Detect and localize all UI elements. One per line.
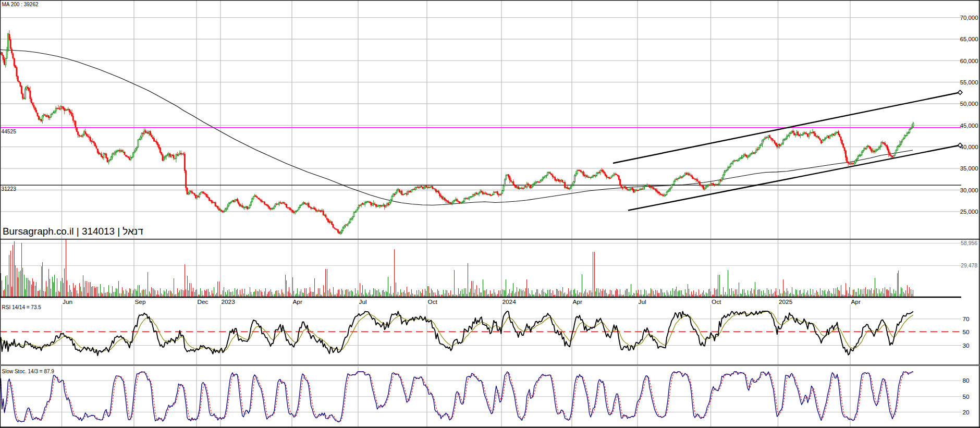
svg-text:25,000: 25,000 [960,209,978,215]
svg-text:44525: 44525 [2,129,17,134]
svg-text:Oct: Oct [712,298,721,305]
svg-text:60,000: 60,000 [960,58,978,64]
svg-text:31223: 31223 [2,186,17,192]
svg-text:Oct: Oct [428,298,438,305]
svg-text:50,000: 50,000 [960,101,978,107]
svg-text:Apr: Apr [573,298,582,305]
svg-text:Apr: Apr [293,298,302,305]
svg-text:58,956: 58,956 [961,240,977,246]
svg-text:Sep: Sep [135,298,146,305]
svg-text:80: 80 [963,377,970,384]
svg-text:30: 30 [963,342,970,349]
svg-text:Jul: Jul [639,298,646,305]
svg-text:50: 50 [963,393,970,400]
svg-text:2023: 2023 [222,298,236,305]
svg-text:20: 20 [963,409,970,416]
svg-text:65,000: 65,000 [960,36,978,42]
svg-text:Apr: Apr [851,298,861,305]
svg-text:MA 200 : 39262: MA 200 : 39262 [2,2,39,7]
svg-text:Bursagraph.co.il | 314013 | דנ: Bursagraph.co.il | 314013 | דנאל [3,226,143,237]
svg-text:Dec: Dec [198,298,209,305]
svg-text:2024: 2024 [503,298,517,305]
svg-text:2025: 2025 [779,298,793,305]
svg-text:RSI 14/14 = 73.5: RSI 14/14 = 73.5 [2,304,42,310]
svg-text:Slow Stoc. 14/3 = 87.9: Slow Stoc. 14/3 = 87.9 [2,369,55,374]
svg-text:70,000: 70,000 [960,15,978,21]
svg-text:45,000: 45,000 [960,123,978,129]
svg-text:70: 70 [963,315,970,323]
svg-text:35,000: 35,000 [960,165,978,172]
svg-text:55,000: 55,000 [960,79,978,85]
svg-text:29,478: 29,478 [961,263,977,268]
svg-text:50: 50 [963,328,970,336]
svg-text:40,000: 40,000 [960,144,978,150]
svg-text:30,000: 30,000 [960,187,978,193]
svg-text:Jun: Jun [63,298,72,305]
svg-text:Jul: Jul [359,298,367,305]
